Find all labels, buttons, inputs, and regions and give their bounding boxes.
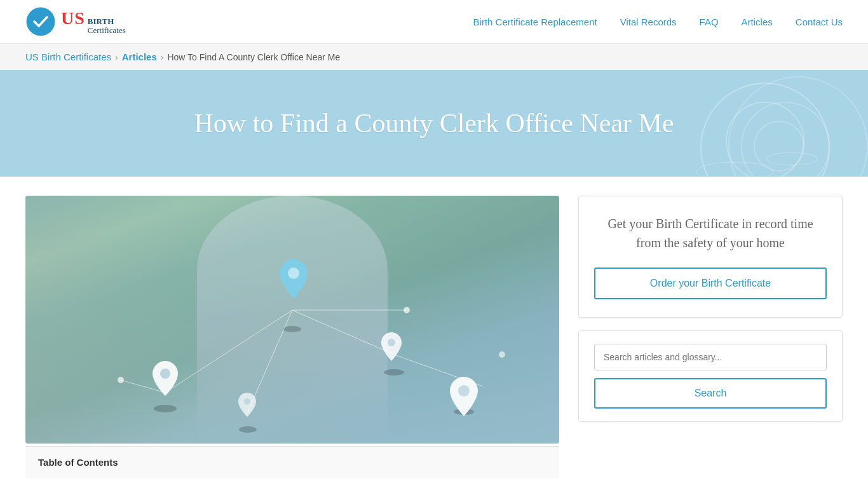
svg-point-9 (154, 405, 177, 412)
toc-section: Table of Contents (25, 446, 559, 478)
promo-card: Get your Birth Certificate in record tim… (578, 196, 843, 318)
breadcrumb-sep1: › (115, 52, 118, 62)
svg-point-13 (239, 426, 257, 433)
article-hero-image (25, 196, 559, 444)
page-title: How to Find a County Clerk Office Near M… (25, 108, 843, 139)
svg-point-21 (499, 351, 505, 358)
svg-point-2 (766, 152, 817, 165)
breadcrumb-articles[interactable]: Articles (122, 51, 157, 62)
breadcrumb-sep2: › (161, 52, 164, 62)
svg-point-1 (696, 162, 773, 177)
svg-point-11 (384, 369, 404, 376)
site-header: US BIRTH Certificates Birth Certificate … (0, 0, 868, 44)
svg-point-20 (403, 307, 410, 313)
breadcrumb: US Birth Certificates › Articles › How T… (0, 44, 868, 70)
breadcrumb-home[interactable]: US Birth Certificates (25, 51, 111, 62)
svg-point-15 (288, 268, 299, 279)
svg-point-17 (458, 385, 470, 396)
order-birth-cert-button[interactable]: Order your Birth Certificate (594, 268, 827, 299)
main-content: Table of Contents Get your Birth Certifi… (0, 177, 868, 488)
logo-text: US BIRTH Certificates (61, 8, 126, 36)
nav-birth-cert[interactable]: Birth Certificate Replacement (473, 17, 597, 27)
promo-text: Get your Birth Certificate in record tim… (594, 214, 827, 252)
search-button[interactable]: Search (594, 378, 827, 409)
logo-icon (25, 6, 56, 37)
logo[interactable]: US BIRTH Certificates (25, 6, 126, 37)
svg-line-3 (165, 310, 292, 393)
svg-point-16 (388, 339, 395, 346)
sidebar: Get your Birth Certificate in record tim… (578, 196, 843, 422)
article-section: Table of Contents (25, 196, 559, 478)
svg-point-18 (244, 398, 250, 405)
nav-contact[interactable]: Contact Us (796, 17, 843, 27)
breadcrumb-current: How To Find A County Clerk Office Near M… (167, 52, 340, 62)
svg-point-0 (27, 8, 55, 36)
svg-line-4 (292, 310, 394, 355)
map-pins-svg (25, 196, 559, 444)
toc-title: Table of Contents (38, 457, 118, 468)
search-input[interactable] (594, 344, 827, 370)
search-card: Search (578, 330, 843, 422)
hero-banner: How to Find a County Clerk Office Near M… (0, 70, 868, 177)
nav-faq[interactable]: FAQ (700, 17, 719, 27)
svg-point-10 (283, 326, 301, 332)
main-nav: Birth Certificate Replacement Vital Reco… (473, 17, 843, 27)
svg-point-19 (118, 377, 124, 383)
nav-vital-records[interactable]: Vital Records (620, 17, 677, 27)
svg-point-14 (160, 369, 170, 379)
nav-articles[interactable]: Articles (742, 17, 773, 27)
